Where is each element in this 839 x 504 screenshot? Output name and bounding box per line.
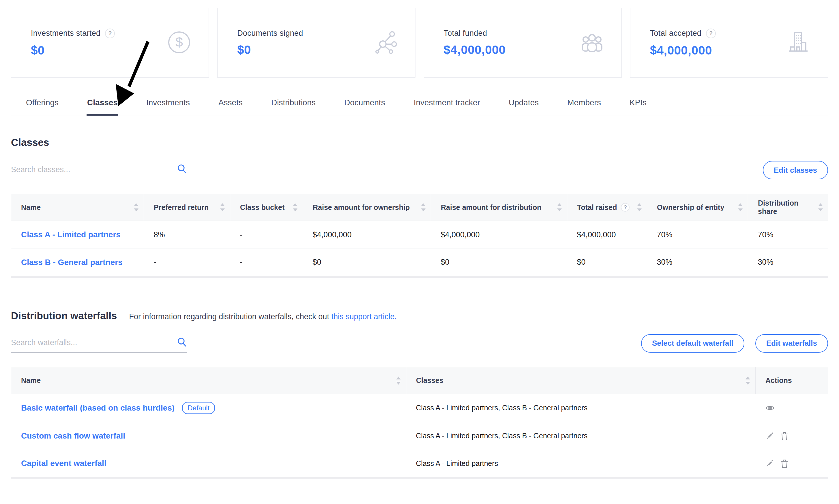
help-icon[interactable]: ? <box>621 203 630 212</box>
cell-total-raised: $0 <box>567 249 647 277</box>
cell-waterfall-classes: Class A - Limited partners, Class B - Ge… <box>406 422 756 450</box>
tab-classes[interactable]: Classes <box>87 98 118 116</box>
cell-preferred-return: - <box>144 249 230 277</box>
tab-investments[interactable]: Investments <box>146 98 190 116</box>
delete-icon[interactable] <box>781 431 788 440</box>
table-row: Capital event waterfall Class A - Limite… <box>11 450 828 478</box>
view-icon[interactable] <box>765 405 775 411</box>
stat-value: $0 <box>237 43 303 57</box>
cell-distribution-share: 70% <box>748 221 828 249</box>
column-header-raise-distribution[interactable]: Raise amount for distribution <box>431 194 567 221</box>
cell-ownership: 70% <box>647 221 748 249</box>
waterfall-link-capital[interactable]: Capital event waterfall <box>21 459 106 468</box>
sort-icon[interactable] <box>746 377 750 385</box>
tab-updates[interactable]: Updates <box>508 98 539 116</box>
edit-icon[interactable] <box>765 432 773 440</box>
tab-investment-tracker[interactable]: Investment tracker <box>413 98 480 116</box>
delete-icon[interactable] <box>781 459 788 468</box>
stat-label: Total accepted <box>650 29 701 38</box>
cell-raise-ownership: $4,000,000 <box>303 221 431 249</box>
stat-card-investments-started: Investments started ? $0 $ <box>11 8 209 77</box>
table-row: Basic waterfall (based on class hurdles)… <box>11 394 828 422</box>
edit-waterfalls-button[interactable]: Edit waterfalls <box>755 334 828 353</box>
tab-bar: Offerings Classes Investments Assets Dis… <box>11 98 828 116</box>
column-header-ownership-of-entity[interactable]: Ownership of entity <box>647 194 748 221</box>
waterfalls-section-title: Distribution waterfalls <box>11 310 117 322</box>
waterfalls-helper-text: For information regarding distribution w… <box>129 312 397 321</box>
stat-cards-row: Investments started ? $0 $ Documents sig… <box>11 8 828 77</box>
tab-documents[interactable]: Documents <box>344 98 386 116</box>
people-group-icon <box>580 30 604 56</box>
tab-offerings[interactable]: Offerings <box>25 98 59 116</box>
sort-icon[interactable] <box>557 203 562 211</box>
support-article-link[interactable]: this support article. <box>331 312 397 321</box>
cell-class-bucket: - <box>230 221 303 249</box>
classes-table: Name Preferred return Class bucket Raise… <box>11 194 828 278</box>
column-header-raise-ownership[interactable]: Raise amount for ownership <box>303 194 431 221</box>
tab-kpis[interactable]: KPIs <box>629 98 647 116</box>
help-icon[interactable]: ? <box>105 29 115 38</box>
sort-icon[interactable] <box>637 203 642 211</box>
column-header-actions: Actions <box>756 367 828 394</box>
class-b-link[interactable]: Class B - General partners <box>21 258 123 267</box>
column-header-waterfall-name[interactable]: Name <box>11 367 406 394</box>
cell-raise-ownership: $0 <box>303 249 431 277</box>
waterfalls-search-input[interactable] <box>11 338 161 347</box>
classes-search <box>11 164 187 179</box>
sort-icon[interactable] <box>220 203 225 211</box>
stat-label: Total funded <box>444 29 487 38</box>
column-header-distribution-share[interactable]: Distribution share <box>748 194 828 221</box>
search-icon <box>177 337 187 348</box>
column-header-preferred-return[interactable]: Preferred return <box>144 194 230 221</box>
cell-ownership: 30% <box>647 249 748 277</box>
edit-classes-button[interactable]: Edit classes <box>763 161 828 179</box>
cell-waterfall-classes: Class A - Limited partners, Class B - Ge… <box>406 394 756 422</box>
stat-card-total-funded: Total funded $4,000,000 <box>424 8 622 77</box>
stat-card-documents-signed: Documents signed $0 <box>217 8 415 77</box>
stat-value: $4,000,000 <box>444 43 506 57</box>
cell-raise-distribution: $0 <box>431 249 567 277</box>
table-row: Class A - Limited partners 8% - $4,000,0… <box>11 221 828 249</box>
tab-assets[interactable]: Assets <box>218 98 243 116</box>
waterfall-link-basic[interactable]: Basic waterfall (based on class hurdles) <box>21 403 175 413</box>
sort-icon[interactable] <box>134 203 139 211</box>
search-icon <box>177 164 187 175</box>
stat-label: Investments started <box>31 29 100 38</box>
building-icon <box>786 30 810 56</box>
classes-search-input[interactable] <box>11 165 161 174</box>
stat-card-total-accepted: Total accepted ? $4,000,000 <box>630 8 828 77</box>
table-row: Custom cash flow waterfall Class A - Lim… <box>11 422 828 450</box>
sort-icon[interactable] <box>421 203 425 211</box>
classes-section-title: Classes <box>11 137 828 148</box>
sort-icon[interactable] <box>818 203 823 211</box>
sort-icon[interactable] <box>293 203 297 211</box>
column-header-total-raised[interactable]: Total raised? <box>567 194 647 221</box>
table-row: Class B - General partners - - $0 $0 $0 … <box>11 249 828 277</box>
cell-preferred-return: 8% <box>144 221 230 249</box>
cell-total-raised: $4,000,000 <box>567 221 647 249</box>
dollar-circle-icon: $ <box>167 30 191 56</box>
stat-value: $0 <box>31 43 115 57</box>
waterfalls-table: Name Classes Actions Basic waterfall (ba… <box>11 367 828 479</box>
waterfalls-table-header-row: Name Classes Actions <box>11 367 828 394</box>
column-header-waterfall-classes[interactable]: Classes <box>406 367 756 394</box>
default-badge: Default <box>182 402 215 414</box>
sort-icon[interactable] <box>738 203 742 211</box>
class-a-link[interactable]: Class A - Limited partners <box>21 230 121 239</box>
edit-icon[interactable] <box>765 459 773 467</box>
cell-waterfall-classes: Class A - Limited partners <box>406 450 756 478</box>
svg-text:$: $ <box>175 35 183 50</box>
column-header-name[interactable]: Name <box>11 194 144 221</box>
select-default-waterfall-button[interactable]: Select default waterfall <box>641 334 745 353</box>
cell-distribution-share: 30% <box>748 249 828 277</box>
cell-class-bucket: - <box>230 249 303 277</box>
tab-distributions[interactable]: Distributions <box>270 98 316 116</box>
waterfall-link-custom[interactable]: Custom cash flow waterfall <box>21 431 125 440</box>
column-header-class-bucket[interactable]: Class bucket <box>230 194 303 221</box>
tab-members[interactable]: Members <box>567 98 601 116</box>
sort-icon[interactable] <box>396 377 401 385</box>
stat-label: Documents signed <box>237 29 303 38</box>
network-icon <box>374 30 398 56</box>
waterfalls-search <box>11 337 187 353</box>
help-icon[interactable]: ? <box>706 29 716 38</box>
